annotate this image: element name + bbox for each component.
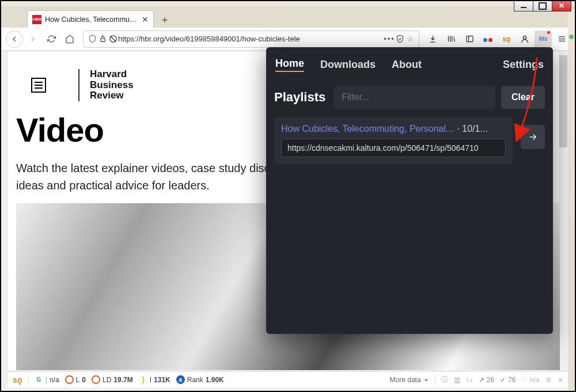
tab-title: How Cubicles, Telecommuting [45, 16, 138, 24]
site-menu-button[interactable] [31, 78, 46, 93]
sb-close-icon[interactable]: ✕ [558, 376, 563, 384]
popup-nav-home[interactable]: Home [275, 58, 304, 72]
scrollbar-thumb[interactable] [559, 55, 567, 147]
sb-links-out[interactable]: ↗ 26 [479, 376, 494, 384]
lock-icon [97, 35, 108, 43]
scrollbar[interactable] [559, 52, 568, 370]
sb-diag-icon[interactable]: ⫶⊥ [466, 376, 473, 384]
sb-LD[interactable]: LD 19.7M [92, 375, 133, 384]
new-tab-button[interactable]: ＋ [156, 12, 173, 28]
window-close-button[interactable] [552, 0, 571, 12]
browser-tab[interactable]: HBR How Cubicles, Telecommuting ✕ [27, 10, 154, 28]
playlist-item-meta: · 10/1... [457, 124, 487, 134]
extension-seoquake-icon[interactable]: sǫ [498, 31, 515, 48]
popup-nav-downloads[interactable]: Downloads [320, 59, 376, 71]
clear-button[interactable]: Clear [501, 86, 545, 109]
svg-point-3 [523, 36, 526, 39]
url-text: https://hbr.org/video/6199859849001/how-… [118, 35, 384, 43]
playlist-item-url[interactable] [281, 139, 506, 157]
reader-icon[interactable] [395, 35, 405, 43]
sb-L-value: 0 [82, 376, 86, 384]
reload-button[interactable] [43, 31, 60, 48]
extension-download-icon[interactable] [424, 31, 441, 48]
bookmark-icon[interactable]: ☆ [405, 35, 415, 43]
account-icon[interactable] [516, 31, 533, 48]
permissions-icon [108, 35, 118, 43]
library-icon[interactable] [442, 31, 460, 48]
status-bar: sǫ G | n/a L 0 LD 19.7M ⟩ I 131K a Rank … [8, 371, 568, 387]
sb-rank-value: 1.90K [206, 376, 224, 384]
playlists-heading: Playlists [274, 90, 325, 105]
sb-google[interactable]: G | n/a [35, 375, 59, 384]
sb-I[interactable]: ⟩ I 131K [139, 375, 170, 384]
sb-seoquake-icon[interactable]: sǫ [13, 375, 22, 385]
popup-nav-about[interactable]: About [392, 59, 422, 71]
sb-google-value: n/a [50, 376, 59, 384]
forward-button[interactable] [24, 31, 41, 48]
more-icon[interactable]: ••• [384, 35, 395, 43]
popup-nav: Home Downloads About Settings [274, 55, 545, 80]
sb-rank[interactable]: a Rank 1.90K [176, 375, 224, 384]
sb-gear-icon[interactable]: ⚙ [545, 376, 552, 384]
site-logo[interactable]: Harvard Business Review [78, 69, 134, 101]
window-maximize-button[interactable] [533, 0, 552, 12]
shield-icon [87, 35, 97, 43]
back-button[interactable] [6, 31, 23, 48]
sb-more-data[interactable]: More data [390, 376, 429, 384]
playlist-item-title[interactable]: How Cubicles, Telecommuting, Personal... [281, 124, 453, 134]
brand-line: Business [90, 80, 134, 91]
sb-info-icon[interactable]: ⓘ [441, 375, 448, 385]
sb-I-value: 131K [154, 376, 170, 384]
browser-tabbar: HBR How Cubicles, Telecommuting ✕ ＋ [1, 8, 575, 28]
sb-L[interactable]: L 0 [65, 375, 86, 384]
playlist-go-button[interactable] [521, 125, 545, 149]
extension-hls-icon[interactable]: hls [535, 31, 552, 48]
popup-nav-settings[interactable]: Settings [503, 59, 544, 71]
extension-colorful-icon[interactable] [479, 31, 497, 48]
tab-favicon: HBR [32, 15, 41, 24]
sb-checks[interactable]: ✓ 76 [500, 376, 516, 384]
sb-heart[interactable]: ♡ n/a [521, 376, 540, 384]
address-bar[interactable]: https://hbr.org/video/6199859849001/how-… [83, 31, 419, 48]
home-button[interactable] [61, 31, 78, 48]
brand-line: Review [90, 90, 134, 101]
extension-popup: Home Downloads About Settings Playlists … [266, 47, 553, 334]
svg-rect-2 [466, 36, 472, 42]
svg-rect-0 [100, 39, 105, 41]
sb-panel-icon[interactable]: ▥ [454, 376, 460, 384]
window-minimize-button[interactable] [514, 0, 533, 12]
brand-line: Harvard [90, 69, 134, 80]
playlist-item: How Cubicles, Telecommuting, Personal...… [274, 117, 513, 164]
tab-close-icon[interactable]: ✕ [142, 15, 149, 24]
sidebar-icon[interactable] [461, 31, 478, 48]
filter-input[interactable] [334, 86, 495, 109]
sb-LD-value: 19.7M [113, 376, 132, 384]
